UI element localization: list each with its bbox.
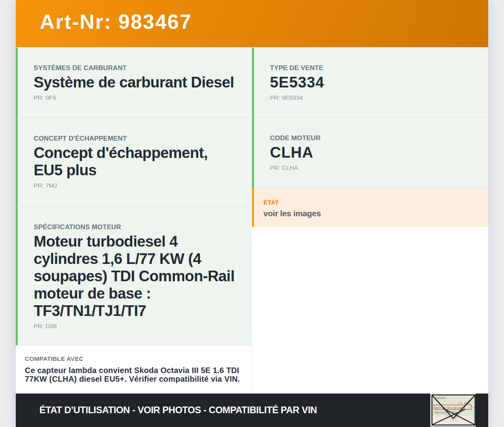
svg-text:W1K71463J31298: W1K71463J31298 [435, 406, 465, 409]
svg-text:7: 7 [472, 406, 474, 409]
svg-text:Fahrgestell-Nr.: Fahrgestell-Nr. [434, 397, 446, 399]
